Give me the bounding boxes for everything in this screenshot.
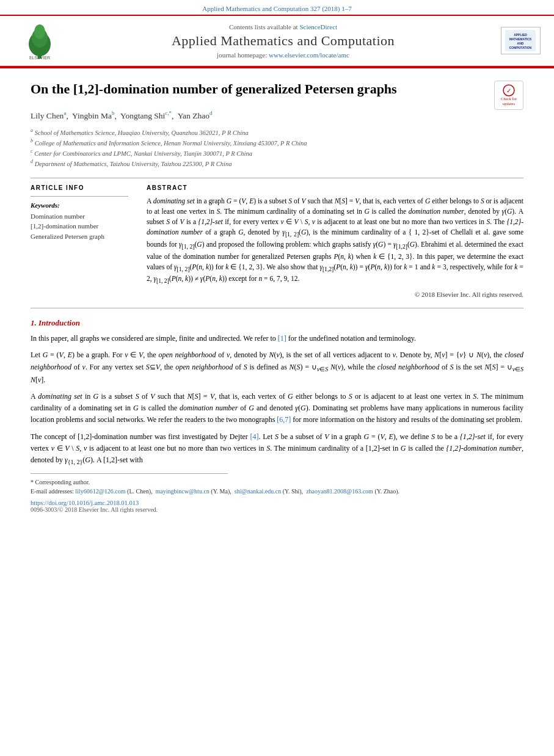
authors-line: Lily Chena, Yingbin Mab, Yongtang Shic,*… xyxy=(31,110,523,121)
keyword-2: [1,2]-domination number xyxy=(31,221,128,231)
paper-title-row: On the [1,2]-domination number of genera… xyxy=(31,81,523,110)
svg-text:ELSEVIER: ELSEVIER xyxy=(29,56,50,60)
affiliation-a: a School of Mathematics Science, Huaqiao… xyxy=(31,127,523,137)
svg-text:APPLIED: APPLIED xyxy=(514,33,527,37)
intro-para-4: The concept of [1,2]-domination number w… xyxy=(31,431,523,468)
intro-para-1: In this paper, all graphs we considered … xyxy=(31,333,523,344)
article-info-abstract: ARTICLE INFO Keywords: Domination number… xyxy=(31,184,523,299)
issn-text: 0096-3003/© 2018 Elsevier Inc. All right… xyxy=(31,506,523,513)
copyright-text: © 2018 Elsevier Inc. All rights reserved… xyxy=(147,291,523,298)
author-sup-c: c,* xyxy=(165,110,172,116)
journal-logo-box: APPLIED MATHEMATICS AND COMPUTATION xyxy=(501,27,541,54)
affiliation-d: d Department of Mathematics, Taizhou Uni… xyxy=(31,158,523,169)
footnote-corresponding: * Corresponding author. xyxy=(31,478,523,487)
elsevier-tree-svg: ELSEVIER xyxy=(12,21,67,60)
contents-available-text: Contents lists available at ScienceDirec… xyxy=(229,23,337,31)
journal-citation-text: Applied Mathematics and Computation 327 … xyxy=(202,5,351,12)
footnote-star-label: * Corresponding author. xyxy=(31,479,90,485)
email-shi[interactable]: shi@nankai.edu.cn xyxy=(235,488,281,495)
svg-text:MATHEMATICS: MATHEMATICS xyxy=(509,37,532,41)
footnote-emails: E-mail addresses: lily60612@126.com (L. … xyxy=(31,487,523,496)
footnote-divider xyxy=(31,473,228,474)
svg-text:AND: AND xyxy=(517,42,524,45)
affiliation-b: b College of Mathematics and Information… xyxy=(31,137,523,148)
journal-header-center: Contents lists available at ScienceDirec… xyxy=(75,21,492,60)
keyword-1: Domination number xyxy=(31,211,128,222)
thin-divider-1 xyxy=(31,178,523,178)
check-updates-badge: ✓ Check for updates xyxy=(494,81,523,110)
affiliations: a School of Mathematics Science, Huaqiao… xyxy=(31,127,523,169)
article-info-divider xyxy=(31,196,128,197)
journal-logo-right: APPLIED MATHEMATICS AND COMPUTATION xyxy=(499,21,542,60)
svg-point-3 xyxy=(34,24,45,39)
abstract-body: A dominating set in a graph G = (V, E) i… xyxy=(147,196,523,286)
svg-text:✓: ✓ xyxy=(506,87,511,94)
doi-text: https://doi.org/10.1016/j.amc.2018.01.01… xyxy=(31,500,139,506)
journal-header: ELSEVIER Contents lists available at Sci… xyxy=(0,15,554,66)
affiliation-c: c Center for Combinatorics and LPMC, Nan… xyxy=(31,148,523,158)
author-sup-b: b xyxy=(112,110,115,116)
section-1-heading: 1. Introduction xyxy=(31,318,523,328)
svg-text:COMPUTATION: COMPUTATION xyxy=(509,46,532,49)
doi-link[interactable]: https://doi.org/10.1016/j.amc.2018.01.01… xyxy=(31,500,523,506)
email-chen[interactable]: lily60612@126.com xyxy=(75,488,125,495)
author-sup-d: d xyxy=(210,110,213,116)
author-sup-a: a xyxy=(64,110,66,116)
email-zhao[interactable]: zhaoyan81.2008@163.com xyxy=(306,488,373,495)
abstract-title: ABSTRACT xyxy=(147,184,523,191)
keyword-3: Generalized Petersen graph xyxy=(31,231,128,242)
homepage-text: journal homepage: www.elsevier.com/locat… xyxy=(217,51,349,59)
keywords-label: Keywords: xyxy=(31,202,128,209)
article-info-title: ARTICLE INFO xyxy=(31,184,128,191)
intro-para-2: Let G = (V, E) be a graph. For v ∈ V, th… xyxy=(31,349,523,386)
paper-title: On the [1,2]-domination number of genera… xyxy=(31,81,488,98)
article-info-col: ARTICLE INFO Keywords: Domination number… xyxy=(31,184,128,299)
check-updates-label: Check for updates xyxy=(497,96,521,106)
journal-cover-svg: APPLIED MATHEMATICS AND COMPUTATION xyxy=(505,30,536,51)
journal-title: Applied Mathematics and Computation xyxy=(172,33,395,49)
journal-citation-bar: Applied Mathematics and Computation 327 … xyxy=(0,0,554,15)
main-content: On the [1,2]-domination number of genera… xyxy=(0,68,554,525)
keywords-list: Domination number [1,2]-domination numbe… xyxy=(31,211,128,242)
intro-para-3: A dominating set in G is a subset S of V… xyxy=(31,391,523,426)
email-ma[interactable]: mayingbincw@htu.cn xyxy=(155,488,209,495)
sciencedirect-link[interactable]: ScienceDirect xyxy=(299,23,337,31)
check-updates-icon: ✓ xyxy=(500,84,517,96)
elsevier-logo-left: ELSEVIER xyxy=(12,21,67,60)
abstract-col: ABSTRACT A dominating set in a graph G =… xyxy=(147,184,523,299)
homepage-link[interactable]: www.elsevier.com/locate/amc xyxy=(269,51,349,59)
thin-divider-2 xyxy=(31,308,523,308)
